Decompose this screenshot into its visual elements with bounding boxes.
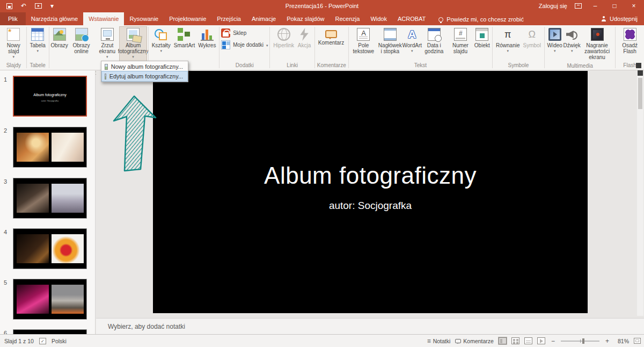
view-slideshow-button[interactable] <box>537 337 545 344</box>
new-slide-button[interactable]: Nowy slajd ▾ <box>3 27 25 60</box>
header-footer-icon <box>384 28 397 41</box>
chart-button[interactable]: Wykres <box>196 27 217 49</box>
tab-review[interactable]: Recenzja <box>330 12 365 25</box>
object-button[interactable]: Obiekt <box>473 27 491 49</box>
embed-flash-button[interactable]: Osadź Flash <box>617 27 642 55</box>
zoom-out-button[interactable]: − <box>550 337 556 345</box>
hyperlink-button[interactable]: Hiperlink <box>272 27 296 49</box>
symbol-button[interactable]: Ω Symbol <box>522 27 543 49</box>
action-button[interactable]: Akcja <box>296 27 313 49</box>
button-label: Album fotograficzny <box>118 42 149 54</box>
ribbon-insert: Nowy slajd ▾ Slajdy Tabela ▾ Tabele <box>0 25 644 70</box>
group-label-multimedia: Multimedia <box>545 62 616 70</box>
tab-design[interactable]: Projektowanie <box>164 12 211 25</box>
tab-view[interactable]: Widok <box>365 12 392 25</box>
audio-button[interactable]: Dźwięk ▾ <box>564 27 581 54</box>
spellcheck-icon[interactable]: ✓ <box>39 338 46 344</box>
tab-insert[interactable]: Wstawianie <box>83 12 124 25</box>
menu-item-edit-photo-album[interactable]: Edytuj album fotograficzny... <box>102 71 187 81</box>
notes-toggle-button[interactable]: ≡ Notatki <box>427 337 451 345</box>
group-label-addins: Dodatki <box>219 61 269 70</box>
table-button[interactable]: Tabela ▾ <box>28 27 47 54</box>
slide-thumbnail-6[interactable]: 6 <box>0 329 95 334</box>
menu-item-new-photo-album[interactable]: Nowy album fotograficzny... <box>102 62 187 71</box>
slide-subtitle-text[interactable]: autor: Socjografka <box>153 200 588 212</box>
minimize-button[interactable]: – <box>589 2 601 10</box>
store-button[interactable]: Sklep <box>221 28 246 38</box>
button-label: Osadź Flash <box>619 42 641 54</box>
comments-toggle-button[interactable]: Komentarze <box>455 338 494 344</box>
tab-slideshow[interactable]: Pokaz slajdów <box>281 12 330 25</box>
screen-recording-button[interactable]: Nagranie zawartości ekranu <box>581 27 614 62</box>
thumbnail-image[interactable] <box>13 329 87 334</box>
slide-title-text[interactable]: Album fotograficzny <box>153 162 588 189</box>
current-slide[interactable]: Album fotograficzny autor: Socjografka <box>153 71 588 313</box>
scrollbar-thumb[interactable] <box>638 78 642 109</box>
maximize-button[interactable]: □ <box>609 2 620 10</box>
fit-slide-to-window-button[interactable] <box>634 338 641 344</box>
thumbnail-image[interactable]: Album fotograficzny autor: Socjografka <box>13 76 87 117</box>
my-addins-button[interactable]: Moje dodatki ▾ <box>221 40 268 49</box>
view-normal-button[interactable] <box>499 337 507 344</box>
photo-album-dropdown-menu: Nowy album fotograficzny... Edytuj album… <box>101 61 188 82</box>
slide-number-label: 1 <box>4 76 7 83</box>
slide-thumbnail-1[interactable]: 1 Album fotograficzny autor: Socjografka <box>0 76 95 117</box>
thumbnail-image[interactable] <box>13 178 87 219</box>
thumbnail-image[interactable] <box>13 127 87 168</box>
date-time-button[interactable]: Data i godzina <box>421 27 448 55</box>
person-icon <box>601 16 606 21</box>
slide-number-button[interactable]: Numer slajdu <box>448 27 474 55</box>
thumbnail-image[interactable] <box>13 228 87 269</box>
wordart-button[interactable]: A WordArt ▾ <box>404 27 421 54</box>
shapes-button[interactable]: Kształty ▾ <box>150 27 172 54</box>
ribbon-group-multimedia: Wideo ▾ Dźwięk ▾ Nagranie zawartości ekr… <box>545 25 616 70</box>
tab-animations[interactable]: Animacje <box>246 12 281 25</box>
comment-button[interactable]: Komentarz <box>317 27 346 47</box>
zoom-slider[interactable] <box>561 341 599 342</box>
sign-in-link[interactable]: Zaloguj się <box>539 3 567 9</box>
tab-home[interactable]: Narzędzia główne <box>26 12 83 25</box>
tab-acrobat[interactable]: ACROBAT <box>392 12 431 25</box>
pictures-button[interactable]: Obrazy <box>51 27 68 49</box>
start-slideshow-button[interactable] <box>35 3 42 9</box>
slide-thumbnail-3[interactable]: 3 <box>0 178 95 219</box>
tab-transitions[interactable]: Przejścia <box>211 12 246 25</box>
chevron-down-icon: ▾ <box>13 55 15 59</box>
close-button[interactable]: × <box>628 2 640 10</box>
text-box-button[interactable]: Pole tekstowe <box>350 27 377 55</box>
scroll-up-button[interactable] <box>638 70 643 76</box>
undo-button[interactable]: ↶ <box>21 3 26 9</box>
slide-thumbnail-5[interactable]: 5 <box>0 279 95 320</box>
collapse-ribbon-button[interactable] <box>636 63 641 68</box>
zoom-level[interactable]: 81% <box>615 338 629 344</box>
symbol-icon: Ω <box>525 28 538 41</box>
zoom-in-button[interactable]: + <box>604 337 610 345</box>
tab-file[interactable]: Plik <box>0 12 26 25</box>
online-pictures-button[interactable]: Obrazy online <box>68 27 95 55</box>
slide-thumbnail-2[interactable]: 2 <box>0 127 95 168</box>
vertical-scrollbar[interactable] <box>637 70 643 316</box>
share-button[interactable]: Udostępnij <box>595 12 644 25</box>
equation-button[interactable]: π Równanie ▾ <box>494 27 521 54</box>
zoom-slider-handle[interactable] <box>582 338 584 344</box>
thumbnail-image[interactable] <box>13 279 87 320</box>
save-icon <box>6 3 12 9</box>
video-button[interactable]: Wideo ▾ <box>546 27 564 54</box>
tell-me-box[interactable]: Powiedz mi, co chcesz zrobić <box>438 16 524 25</box>
text-box-icon <box>357 28 370 41</box>
screenshot-button[interactable]: Zrzut ekranu ▾ <box>94 27 120 60</box>
notes-area[interactable]: Wybierz, aby dodać notatki <box>96 318 644 334</box>
customize-quick-access-button[interactable]: ▾ <box>50 3 54 9</box>
smartart-button[interactable]: SmartArt <box>172 27 196 49</box>
language-button[interactable]: Polski <box>52 338 67 344</box>
slide-indicator[interactable]: Slajd 1 z 10 <box>4 338 34 344</box>
save-button[interactable] <box>6 3 12 9</box>
ribbon-display-options-icon[interactable] <box>575 3 582 9</box>
slide-thumbnail-4[interactable]: 4 <box>0 228 95 269</box>
tab-draw[interactable]: Rysowanie <box>124 12 164 25</box>
header-footer-button[interactable]: Nagłówek i stopka <box>377 27 404 55</box>
button-label: Wykres <box>198 42 216 48</box>
view-slide-sorter-button[interactable] <box>511 337 519 344</box>
chevron-down-icon: ▾ <box>106 55 108 59</box>
view-reading-button[interactable] <box>524 337 532 344</box>
